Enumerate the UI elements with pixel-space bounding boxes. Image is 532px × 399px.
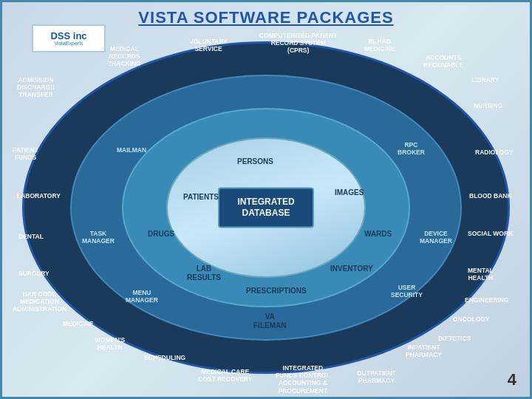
surgery-label: SURGERY (18, 270, 50, 277)
blood-bank-label: BLOOD BANK (469, 192, 512, 200)
images-label: IMAGES (335, 188, 364, 197)
inpatient-pharmacy-label: INPATIENT PHARMACY (406, 344, 442, 358)
lab-results-label: LAB RESULTS (187, 265, 221, 282)
persons-label: PERSONS (237, 157, 273, 166)
menu-manager-label: MENU MANAGER (126, 289, 158, 304)
dental-label: DENTAL (18, 233, 44, 240)
center-box: INTEGRATEDDATABASE (218, 187, 314, 228)
task-manager-label: TASK MANAGER (82, 230, 115, 245)
wards-label: WARDS (364, 230, 392, 239)
integrated-funds-label: INTEGRATED FUNDS CONTROL ACCOUNTING & PR… (276, 364, 330, 395)
user-security-label: USER SECURITY (391, 284, 423, 299)
mental-health-label: MENTAL HEALTH (468, 267, 494, 282)
center-box-label: INTEGRATEDDATABASE (237, 196, 294, 219)
engineering-label: ENGINEERING (465, 296, 509, 304)
va-fileman-label: VA FILEMAN (253, 313, 286, 330)
admission-discharge-label: ADMISSION DISCHARGE TRANSFER (17, 76, 55, 99)
dietetics-label: DIETETICS (438, 335, 471, 342)
medical-records-label: MEDICAL RECORDS TRACKING (108, 45, 141, 68)
accounts-receivable-label: ACCOUNTS RECEIVABLE (423, 54, 463, 69)
scheduling-label: SCHEDULING (144, 354, 185, 361)
outpatient-pharmacy-label: OUTPATIENT PHARMACY (357, 369, 396, 384)
mailman-label: MAILMAN (117, 146, 146, 154)
logo-top: DSS inc (50, 31, 86, 41)
page-title: VISTA SOFTWARE PACKAGES (2, 2, 530, 27)
laboratory-label: LABORATORY (17, 192, 61, 200)
page-container: VISTA SOFTWARE PACKAGES DSS inc VistaExp… (0, 0, 532, 399)
social-work-label: SOCIAL WORK (468, 230, 513, 237)
voluntary-service-label: VOLUNTARY SERVICE (189, 38, 228, 52)
womens-health-label: WOMEN'S HEALTH (95, 336, 125, 351)
prescriptions-label: PRESCRIPTIONS (246, 287, 307, 296)
drugs-label: DRUGS (148, 230, 174, 239)
rpc-broker-label: RPC BROKER (398, 141, 425, 156)
cprs-label: COMPUTERIZED PATIENT RECORD SYSTEM (CPRS… (259, 32, 337, 55)
device-manager-label: DEVICE MANAGER (420, 230, 452, 245)
nursing-label: NURSING (474, 102, 502, 109)
patients-label: PATIENTS (183, 193, 219, 202)
inventory-label: INVENTORY (330, 265, 373, 273)
logo-bottom: VistaExperts (54, 41, 83, 46)
rehab-medicine-label: REHAB MEDICINE (364, 38, 395, 52)
barcode-label: BAR CODE MEDICATION ADMINISTRATION (13, 290, 66, 313)
library-label: LIBRARY (471, 76, 499, 83)
radiology-label: RADIOLOGY (475, 149, 513, 156)
medicine-label: MEDICINE (63, 320, 94, 327)
dss-logo: DSS inc VistaExperts (32, 24, 106, 52)
patient-funds-label: PATIENT FUNDS (13, 146, 38, 161)
oncology-label: ONCOLOGY (453, 316, 490, 323)
slide-number: 4 (508, 370, 516, 389)
medical-care-cost-label: MEDICAL CARE COST RECOVERY (198, 368, 252, 383)
